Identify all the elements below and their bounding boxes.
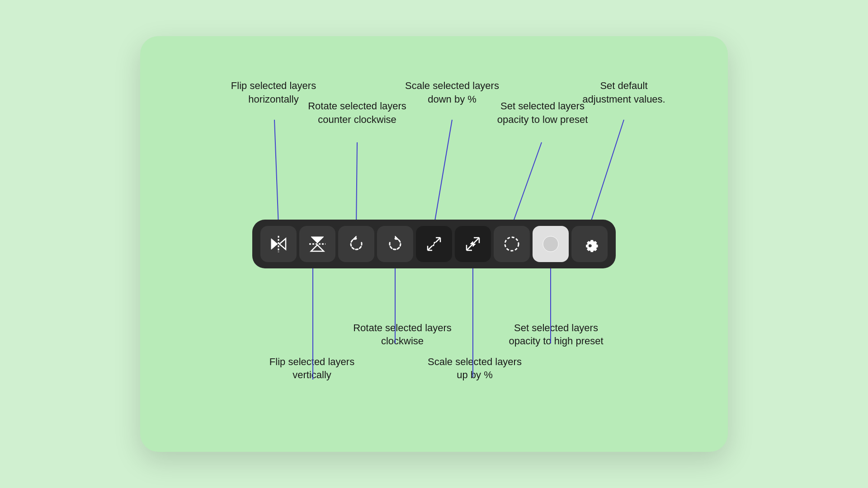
flip-v-button[interactable] — [299, 226, 335, 262]
svg-line-22 — [467, 244, 473, 250]
settings-button[interactable] — [571, 226, 608, 262]
svg-point-25 — [543, 236, 558, 252]
rotate-cw-icon — [385, 234, 405, 254]
line-rotate-ccw — [356, 142, 357, 226]
opacity-low-button[interactable] — [494, 226, 530, 262]
svg-marker-1 — [271, 239, 278, 249]
label-default: Set defaultadjustment values. — [574, 79, 674, 106]
scale-down-icon — [424, 234, 444, 254]
svg-marker-23 — [470, 241, 473, 244]
scale-down-button[interactable] — [416, 226, 452, 262]
line-flip-h — [274, 120, 278, 226]
line-opacity-low — [512, 142, 542, 226]
svg-marker-2 — [279, 239, 286, 249]
line-scale-down — [434, 120, 452, 226]
main-card: Flip selected layershorizontally Rotate … — [140, 36, 728, 452]
svg-marker-4 — [311, 237, 324, 243]
gear-icon — [580, 234, 599, 254]
svg-marker-11 — [434, 242, 436, 244]
label-scale-up: Scale selected layersup by % — [420, 355, 529, 382]
scale-up-icon — [463, 234, 483, 254]
svg-line-14 — [428, 246, 432, 250]
flip-h-button[interactable] — [260, 226, 297, 262]
opacity-high-button[interactable] — [533, 226, 569, 262]
svg-line-10 — [436, 238, 440, 242]
svg-marker-15 — [432, 244, 434, 246]
line-default — [590, 120, 624, 226]
opacity-high-icon — [541, 234, 561, 254]
scale-up-button[interactable] — [455, 226, 491, 262]
label-rotate-cw: Rotate selected layersclockwise — [348, 321, 457, 348]
label-rotate-ccw: Rotate selected layerscounter clockwise — [303, 99, 411, 126]
svg-marker-7 — [395, 236, 399, 239]
svg-marker-6 — [353, 236, 356, 239]
svg-line-18 — [473, 238, 479, 244]
rotate-cw-button[interactable] — [377, 226, 413, 262]
svg-point-24 — [505, 237, 519, 251]
label-opacity-high: Set selected layersopacity to high prese… — [502, 321, 610, 348]
toolbar — [252, 220, 616, 268]
label-scale-down: Scale selected layersdown by % — [402, 79, 502, 106]
flip-h-icon — [269, 234, 288, 254]
rotate-ccw-button[interactable] — [338, 226, 374, 262]
flip-v-icon — [307, 234, 327, 254]
svg-marker-5 — [311, 245, 324, 251]
svg-marker-19 — [473, 244, 476, 247]
label-flip-v: Flip selected layersvertically — [262, 355, 362, 382]
opacity-low-icon — [502, 234, 522, 254]
rotate-ccw-icon — [346, 234, 366, 254]
